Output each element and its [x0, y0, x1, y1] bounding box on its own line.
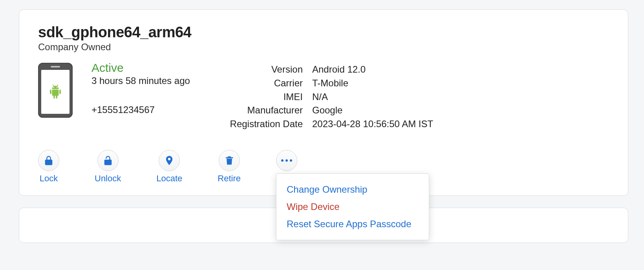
info-row-carrier: Carrier T-Mobile	[220, 77, 433, 90]
svg-rect-5	[50, 89, 51, 94]
more-icon	[276, 150, 297, 171]
device-screen	[41, 70, 70, 114]
android-icon	[49, 84, 62, 100]
more-actions-dropdown: Change Ownership Wipe Device Reset Secur…	[276, 173, 429, 240]
locate-label: Locate	[156, 173, 182, 184]
unlock-label: Unlock	[95, 173, 121, 184]
svg-rect-4	[52, 89, 59, 96]
device-last-seen: 3 hours 58 minutes ago	[91, 75, 194, 86]
device-phone: +15551234567	[91, 104, 194, 115]
locate-button[interactable]: Locate	[156, 150, 182, 184]
device-ownership: Company Owned	[38, 42, 612, 53]
device-actions-row: Lock Unlock Locate Retire	[38, 150, 612, 184]
device-status: Active	[91, 61, 194, 75]
svg-point-11	[290, 159, 292, 162]
svg-rect-8	[56, 95, 57, 99]
info-row-registration: Registration Date 2023-04-28 10:56:50 AM…	[220, 117, 433, 131]
svg-point-0	[53, 87, 54, 88]
unlock-button[interactable]: Unlock	[95, 150, 121, 184]
device-speaker-icon	[51, 66, 60, 68]
svg-point-9	[281, 159, 284, 162]
device-info-table: Version Android 12.0 Carrier T-Mobile IM…	[220, 63, 433, 131]
menu-reset-passcode[interactable]: Reset Secure Apps Passcode	[276, 215, 429, 233]
locate-icon	[159, 150, 180, 171]
svg-line-3	[57, 85, 58, 86]
info-value-registration: 2023-04-28 10:56:50 AM IST	[312, 117, 433, 131]
menu-wipe-device[interactable]: Wipe Device	[276, 198, 429, 215]
info-row-imei: IMEI N/A	[220, 90, 433, 104]
device-summary-card: sdk_gphone64_arm64 Company Owned	[19, 9, 628, 196]
info-value-version: Android 12.0	[312, 63, 366, 77]
lock-button[interactable]: Lock	[38, 150, 59, 184]
device-image	[38, 63, 73, 118]
info-label-imei: IMEI	[220, 90, 303, 104]
lock-label: Lock	[40, 173, 58, 184]
info-value-imei: N/A	[312, 90, 328, 104]
info-row-version: Version Android 12.0	[220, 63, 433, 77]
retire-label: Retire	[218, 173, 241, 184]
svg-point-10	[285, 159, 288, 162]
lock-icon	[38, 150, 59, 171]
retire-button[interactable]: Retire	[218, 150, 241, 184]
info-value-carrier: T-Mobile	[312, 77, 348, 90]
info-label-manufacturer: Manufacturer	[220, 104, 303, 117]
unlock-icon	[97, 150, 119, 171]
more-actions-wrapper: Change Ownership Wipe Device Reset Secur…	[276, 150, 297, 171]
info-label-version: Version	[220, 63, 303, 77]
info-label-registration: Registration Date	[220, 117, 303, 131]
info-value-manufacturer: Google	[312, 104, 342, 117]
more-actions-button[interactable]	[276, 150, 297, 171]
info-label-carrier: Carrier	[220, 77, 303, 90]
retire-icon	[219, 150, 240, 171]
info-row-manufacturer: Manufacturer Google	[220, 104, 433, 117]
svg-rect-6	[59, 89, 61, 94]
device-name: sdk_gphone64_arm64	[38, 24, 612, 41]
menu-change-ownership[interactable]: Change Ownership	[276, 181, 429, 198]
svg-line-2	[53, 85, 54, 86]
device-summary-row: Active 3 hours 58 minutes ago +155512345…	[38, 63, 612, 131]
svg-point-1	[57, 87, 58, 88]
svg-rect-7	[53, 95, 55, 99]
device-status-column: Active 3 hours 58 minutes ago +155512345…	[91, 63, 194, 115]
